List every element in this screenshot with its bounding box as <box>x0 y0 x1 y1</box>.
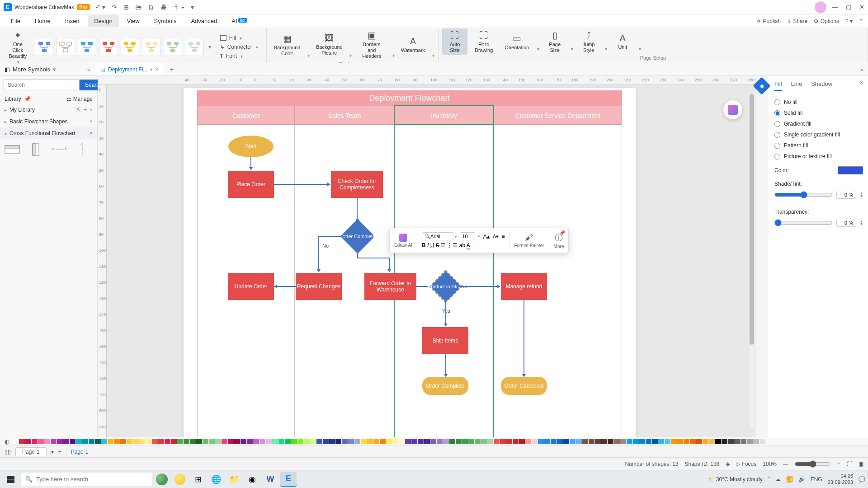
palette-swatch[interactable] <box>127 439 132 444</box>
palette-swatch[interactable] <box>665 439 670 444</box>
expand-right-icon[interactable]: » <box>856 66 868 73</box>
fill-nofill[interactable]: No fill <box>774 97 863 108</box>
palette-swatch[interactable] <box>241 439 246 444</box>
beautify-style-8[interactable] <box>185 38 203 56</box>
font-size-combo[interactable] <box>460 232 475 240</box>
borders-headers[interactable]: ▣Borders and Headers <box>354 28 388 61</box>
orientation[interactable]: ▭Orientation <box>500 31 533 52</box>
close-panel-icon[interactable]: ✕ <box>859 80 863 86</box>
palette-swatch[interactable] <box>316 439 322 444</box>
palette-swatch[interactable] <box>190 439 196 444</box>
collapse-left-icon[interactable]: « <box>87 66 90 73</box>
palette-swatch[interactable] <box>367 439 373 444</box>
palette-swatch[interactable] <box>57 439 63 444</box>
lib-close-icon[interactable]: × <box>90 107 93 113</box>
bullet-list-icon[interactable]: ⋮☰ <box>447 242 458 249</box>
numbered-list-icon[interactable]: ☰ <box>441 242 446 249</box>
palette-swatch[interactable] <box>32 439 38 444</box>
palette-swatch[interactable] <box>430 439 436 444</box>
palette-swatch[interactable] <box>728 439 734 444</box>
palette-swatch[interactable] <box>171 439 177 444</box>
zoom-level[interactable]: 100% <box>763 461 777 467</box>
palette-swatch[interactable] <box>177 439 183 444</box>
palette-swatch[interactable] <box>25 439 31 444</box>
fill-pattern[interactable]: Pattern fill <box>774 140 863 151</box>
palette-swatch[interactable] <box>418 439 424 444</box>
palette-swatch[interactable] <box>323 439 329 444</box>
fit-screen-icon[interactable]: ⛶ <box>847 461 852 467</box>
palette-swatch[interactable] <box>690 439 696 444</box>
palette-swatch[interactable] <box>146 439 151 444</box>
palette-swatch[interactable] <box>361 439 367 444</box>
shape-forward-order[interactable]: Forward Order to Warehouse <box>364 273 416 300</box>
palette-swatch[interactable] <box>392 439 398 444</box>
palette-swatch[interactable] <box>449 439 455 444</box>
separator-v-shape[interactable] <box>75 144 90 155</box>
palette-swatch[interactable] <box>76 439 82 444</box>
cross-func-section[interactable]: ▾Cross Functional Flowchart × <box>0 127 97 139</box>
palette-swatch[interactable] <box>247 439 253 444</box>
palette-swatch[interactable] <box>411 439 417 444</box>
palette-swatch[interactable] <box>677 439 683 444</box>
palette-swatch[interactable] <box>19 439 25 444</box>
taskbar-search[interactable]: 🔍Type here to search <box>21 473 152 486</box>
shape-update-order[interactable]: Update Order <box>228 273 274 300</box>
palette-swatch[interactable] <box>741 439 746 444</box>
focus-toggle[interactable]: ▷ Focus <box>736 461 756 467</box>
close-tab-icon[interactable]: × <box>155 66 158 73</box>
jump-style[interactable]: ⤴Jump Style <box>576 28 601 55</box>
palette-swatch[interactable] <box>196 439 202 444</box>
palette-swatch[interactable] <box>139 439 145 444</box>
format-painter-button[interactable]: 🖌Format Painter <box>514 233 544 248</box>
watermark[interactable]: AWatermark <box>397 34 429 55</box>
beautify-style-4[interactable] <box>99 38 118 56</box>
palette-swatch[interactable] <box>133 439 139 444</box>
page[interactable]: Deployment Flowchart Customer Sales Team… <box>184 88 636 437</box>
palette-swatch[interactable] <box>184 439 189 444</box>
palette-swatch[interactable] <box>209 439 215 444</box>
redo-icon[interactable]: ↷ <box>112 4 117 11</box>
palette-swatch[interactable] <box>734 439 740 444</box>
palette-swatch[interactable] <box>468 439 474 444</box>
palette-swatch[interactable] <box>95 439 101 444</box>
basic-flowchart-section[interactable]: ▸Basic Flowchart Shapes × <box>0 116 97 127</box>
save-icon[interactable]: 🗎 <box>148 4 154 11</box>
fill-single-gradient[interactable]: Single color gradient fill <box>774 129 863 140</box>
more-qa-icon[interactable]: ▾ <box>191 4 194 11</box>
palette-swatch[interactable] <box>215 439 221 444</box>
palette-swatch[interactable] <box>715 439 721 444</box>
page-size[interactable]: ▯Page Size <box>542 28 567 55</box>
palette-swatch[interactable] <box>582 439 588 444</box>
palette-swatch[interactable] <box>658 439 664 444</box>
color-swatch[interactable] <box>838 166 863 174</box>
menu-advanced[interactable]: Advanced <box>184 15 223 27</box>
palette-swatch[interactable] <box>329 439 335 444</box>
undo-icon[interactable]: ↶ ▾ <box>95 4 106 11</box>
lib-close-icon[interactable]: × <box>90 130 93 136</box>
manage-library[interactable]: ⚏ Manage <box>66 96 93 102</box>
tab-fill[interactable]: Fill <box>774 80 782 91</box>
add-tab[interactable]: + <box>164 66 179 74</box>
palette-swatch[interactable] <box>272 439 278 444</box>
palette-swatch[interactable] <box>487 439 493 444</box>
palette-swatch[interactable] <box>120 439 126 444</box>
palette-swatch[interactable] <box>456 439 462 444</box>
clock[interactable]: 04:2623-09-2023 <box>828 473 853 485</box>
help-icon[interactable]: ? ▾ <box>845 18 853 24</box>
palette-swatch[interactable] <box>342 439 348 444</box>
menu-ai[interactable]: AIhot <box>225 15 254 27</box>
shape-order-complete-end[interactable]: Order Complete <box>422 377 468 395</box>
shape-check-order[interactable]: Check Order for Completeness <box>331 171 383 198</box>
palette-swatch[interactable] <box>538 439 544 444</box>
palette-swatch[interactable] <box>608 439 613 444</box>
export-icon[interactable]: ⭱ ▾ <box>173 4 184 11</box>
palette-swatch[interactable] <box>158 439 164 444</box>
shade-value[interactable]: 0 % <box>836 191 856 199</box>
palette-swatch[interactable] <box>709 439 715 444</box>
palette-swatch[interactable] <box>557 439 563 444</box>
ai-badge[interactable] <box>723 100 742 119</box>
palette-swatch[interactable] <box>89 439 94 444</box>
zoom-out[interactable]: — <box>783 461 788 467</box>
menu-view[interactable]: View <box>121 15 146 27</box>
font-color-icon[interactable]: A <box>467 242 470 249</box>
